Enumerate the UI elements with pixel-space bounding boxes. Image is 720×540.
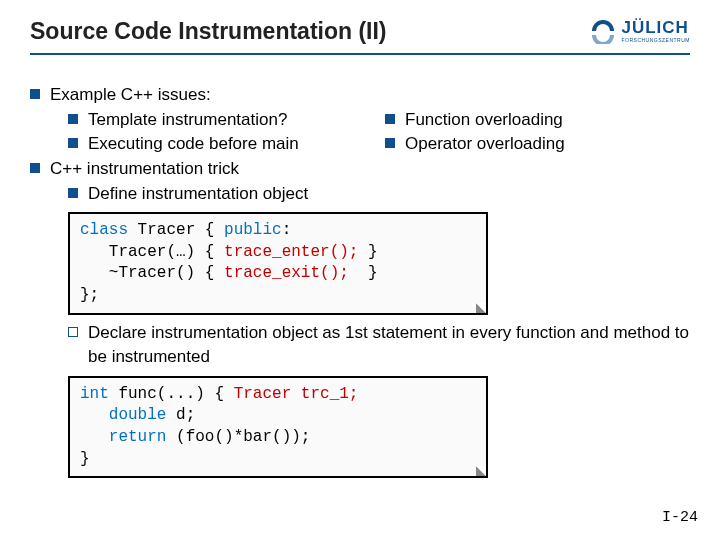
bullet-marker-hollow-icon bbox=[68, 114, 78, 124]
code-text bbox=[80, 406, 109, 424]
page-fold-icon bbox=[476, 466, 486, 476]
bullet-text: Template instrumentation? bbox=[88, 108, 287, 133]
content: Example C++ issues: Template instrumenta… bbox=[30, 83, 690, 478]
bullet-text: Operator overloading bbox=[405, 132, 565, 157]
code-text: Tracer(…) { bbox=[80, 243, 224, 261]
logo: JÜLICH FORSCHUNGSZENTRUM bbox=[590, 18, 691, 44]
bullet-marker-hollow-icon bbox=[68, 138, 78, 148]
bullet-marker-filled-icon bbox=[30, 89, 40, 99]
bullet-text: Define instrumentation object bbox=[88, 182, 308, 207]
sub-bullet-executing: Executing code before main bbox=[68, 132, 355, 157]
bullet-text: C++ instrumentation trick bbox=[50, 157, 690, 182]
sub-bullet-declare: Declare instrumentation object as 1st st… bbox=[68, 321, 690, 370]
code-kw: double bbox=[109, 406, 167, 424]
sub-bullet-define-obj: Define instrumentation object bbox=[68, 182, 690, 207]
code-fn: Tracer trc_1; bbox=[234, 385, 359, 403]
sub-bullet-template: Template instrumentation? bbox=[68, 108, 355, 133]
bullet-trick: C++ instrumentation trick Define instrum… bbox=[30, 157, 690, 206]
bullet-marker-hollow-icon bbox=[385, 138, 395, 148]
bullet-marker-hollow-icon bbox=[385, 114, 395, 124]
code-text: : bbox=[282, 221, 292, 239]
bullet-text: Executing code before main bbox=[88, 132, 299, 157]
bullet-marker-filled-icon bbox=[30, 163, 40, 173]
page-number: I-24 bbox=[662, 509, 698, 526]
logo-text: JÜLICH bbox=[622, 19, 691, 36]
header: Source Code Instrumentation (II) JÜLICH … bbox=[30, 18, 690, 55]
code-text: }; bbox=[80, 286, 99, 304]
bullet-marker-hollow-icon bbox=[68, 327, 78, 337]
bullet-text-part: instrumentation object as 1st statement … bbox=[88, 323, 689, 367]
slide: Source Code Instrumentation (II) JÜLICH … bbox=[0, 0, 720, 478]
code-kw: public bbox=[224, 221, 282, 239]
bullet-marker-hollow-icon bbox=[68, 188, 78, 198]
code-kw: int bbox=[80, 385, 109, 403]
code-block-tracer-class: class Tracer { public: Tracer(…) { trace… bbox=[68, 212, 488, 314]
code-kw: class bbox=[80, 221, 128, 239]
julich-logo-icon bbox=[590, 18, 616, 44]
logo-subtext: FORSCHUNGSZENTRUM bbox=[622, 37, 691, 43]
code-text: } bbox=[358, 243, 377, 261]
logo-text-wrap: JÜLICH FORSCHUNGSZENTRUM bbox=[622, 19, 691, 43]
code-text: ~Tracer() { bbox=[80, 264, 224, 282]
bullet-example-issues: Example C++ issues: Template instrumenta… bbox=[30, 83, 690, 157]
code-text: } bbox=[80, 450, 90, 468]
code-block-func: int func(...) { Tracer trc_1; double d; … bbox=[68, 376, 488, 478]
bullet-text: Example C++ issues: bbox=[50, 83, 690, 108]
code-text bbox=[80, 428, 109, 446]
bullet-text: Declare instrumentation object as 1st st… bbox=[88, 321, 690, 370]
code-text: (foo()*bar()); bbox=[166, 428, 310, 446]
code-fn: trace_enter(); bbox=[224, 243, 358, 261]
code-text: Tracer { bbox=[128, 221, 224, 239]
page-fold-icon bbox=[476, 303, 486, 313]
code-text: } bbox=[349, 264, 378, 282]
sub-bullet-func-overload: Function overloading bbox=[385, 108, 690, 133]
sub-bullet-op-overload: Operator overloading bbox=[385, 132, 690, 157]
code-text: func(...) { bbox=[109, 385, 234, 403]
bullet-text: Function overloading bbox=[405, 108, 563, 133]
page-title: Source Code Instrumentation (II) bbox=[30, 18, 387, 45]
code-text: d; bbox=[166, 406, 195, 424]
code-kw: return bbox=[109, 428, 167, 446]
bullet-text-part: Declare bbox=[88, 323, 147, 342]
code-fn: trace_exit(); bbox=[224, 264, 349, 282]
